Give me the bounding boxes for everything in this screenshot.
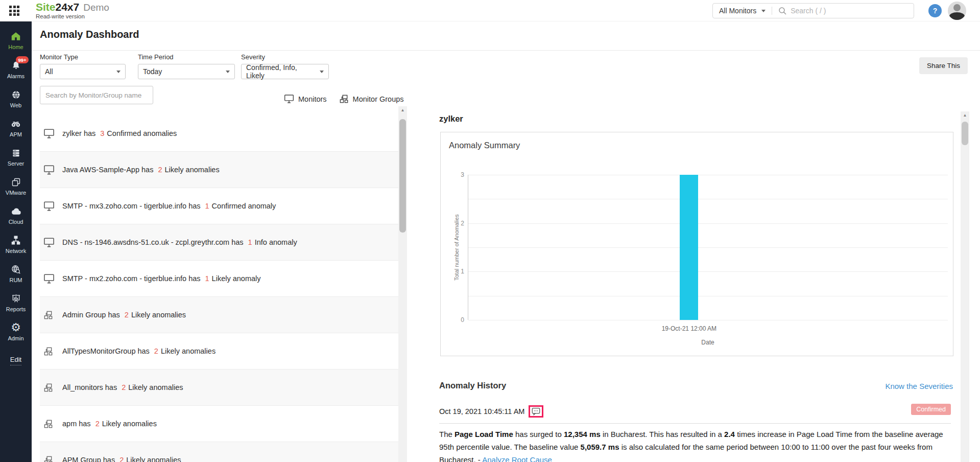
detail-panel-scrollbar[interactable]: ▲ bbox=[961, 111, 969, 462]
help-button[interactable]: ? bbox=[928, 4, 942, 17]
y-axis-tick: 0 bbox=[453, 316, 464, 324]
description-text: 5,059.7 ms bbox=[581, 443, 619, 451]
user-avatar[interactable] bbox=[948, 2, 966, 20]
scroll-up-icon[interactable]: ▲ bbox=[961, 111, 969, 120]
gridline bbox=[468, 247, 948, 248]
app-grid-icon[interactable] bbox=[9, 6, 19, 16]
globe-icon bbox=[10, 88, 22, 101]
selected-monitor-name: zylker bbox=[439, 114, 463, 124]
view-tabs: Monitors Monitor Groups bbox=[284, 94, 404, 104]
analyze-root-cause-link[interactable]: Analyze Root Cause bbox=[482, 455, 552, 462]
list-item[interactable]: AllTypesMonitorGroup has2Likely anomalie… bbox=[40, 333, 398, 369]
severity-select[interactable]: Confirmed, Info, Likely bbox=[241, 64, 329, 79]
brand-mode: Demo bbox=[83, 2, 109, 13]
list-item[interactable]: All_monitors has2Likely anomalies bbox=[40, 369, 398, 406]
sidebar-item-admin[interactable]: ⚙Admin bbox=[0, 317, 32, 346]
home-icon bbox=[10, 30, 22, 42]
tab-monitor-groups[interactable]: Monitor Groups bbox=[339, 94, 404, 104]
monitor-group-icon bbox=[43, 310, 53, 320]
monitor-type-select[interactable]: All bbox=[40, 64, 126, 79]
filter-bar: Monitor Type All Time Period Today Sever… bbox=[40, 53, 341, 79]
anomaly-count: 2 bbox=[125, 311, 129, 319]
sidebar-item-cloud[interactable]: Cloud bbox=[0, 200, 32, 229]
anomaly-bar[interactable] bbox=[680, 175, 698, 320]
monitor-group-icon bbox=[43, 419, 53, 429]
list-item-text: All_monitors has2Likely anomalies bbox=[62, 383, 183, 391]
monitor-list-scrollbar[interactable]: ▲ bbox=[398, 106, 407, 462]
sidebar-item-alarms[interactable]: 99+Alarms bbox=[0, 55, 32, 84]
description-text: 2.4 bbox=[724, 430, 735, 438]
filter-time-period: Time Period Today bbox=[138, 53, 235, 79]
filter-label: Time Period bbox=[138, 53, 235, 61]
list-item[interactable]: zylker has3Confirmed anomalies bbox=[40, 115, 398, 152]
list-item[interactable]: APM Group has2Likely anomalies bbox=[40, 442, 398, 462]
chevron-down-icon bbox=[761, 10, 766, 12]
sidebar-item-rum[interactable]: RUM bbox=[0, 259, 32, 288]
anomaly-count: 2 bbox=[158, 166, 162, 174]
list-item[interactable]: SMTP - mx2.zoho.com - tigerblue.info has… bbox=[40, 261, 398, 297]
monitor-icon bbox=[43, 273, 55, 284]
sidebar-item-label: Reports bbox=[6, 306, 26, 312]
list-item[interactable]: Admin Group has2Likely anomalies bbox=[40, 297, 398, 333]
list-item[interactable]: DNS - ns-1946.awsdns-51.co.uk - zcpl.gre… bbox=[40, 224, 398, 261]
monitor-icon bbox=[43, 201, 55, 211]
annotation-highlight-box bbox=[529, 405, 543, 418]
anomaly-count: 1 bbox=[205, 202, 209, 210]
list-item[interactable]: apm has2Likely anomalies bbox=[40, 406, 398, 442]
list-item[interactable]: SMTP - mx3.zoho.com - tigerblue.info has… bbox=[40, 188, 398, 224]
monitor-group-search-input[interactable] bbox=[40, 86, 153, 104]
gridline bbox=[468, 296, 948, 296]
description-text: The bbox=[439, 430, 455, 438]
share-this-button[interactable]: Share This bbox=[919, 57, 968, 74]
sidebar-item-server[interactable]: Server bbox=[0, 142, 32, 171]
brand-site: Site bbox=[36, 1, 56, 13]
tab-monitors[interactable]: Monitors bbox=[284, 94, 327, 104]
sidebar-item-label: Network bbox=[6, 248, 26, 254]
sidebar-item-label: Server bbox=[8, 160, 24, 167]
sidebar-item-home[interactable]: Home bbox=[0, 26, 32, 55]
scrollbar-thumb[interactable] bbox=[962, 122, 968, 145]
time-period-select[interactable]: Today bbox=[138, 64, 235, 79]
scrollbar-thumb[interactable] bbox=[399, 119, 406, 233]
sidebar-item-label: Web bbox=[10, 102, 21, 108]
anomaly-count: 1 bbox=[205, 274, 209, 283]
monitor-scope-dropdown[interactable]: All Monitors bbox=[719, 7, 756, 15]
list-item[interactable]: Java AWS-Sample-App has2Likely anomalies bbox=[40, 152, 398, 188]
sidebar-item-label: Edit bbox=[10, 356, 21, 365]
list-item-text: APM Group has2Likely anomalies bbox=[62, 456, 181, 462]
sidebar-item-web[interactable]: Web bbox=[0, 84, 32, 113]
search-input[interactable]: Search ( / ) bbox=[791, 7, 826, 15]
description-text: in Bucharest. This has resulted in a bbox=[601, 430, 724, 438]
chevron-down-icon bbox=[116, 71, 121, 73]
divider bbox=[772, 7, 772, 15]
gridline bbox=[468, 199, 948, 199]
sidebar-item-network[interactable]: Network bbox=[0, 229, 32, 259]
sidebar-item-apm[interactable]: APM bbox=[0, 113, 32, 142]
brand-subtitle: Read-write version bbox=[36, 13, 85, 19]
sidebar-item-label: RUM bbox=[9, 277, 22, 283]
comment-icon[interactable] bbox=[532, 407, 540, 415]
filter-severity: Severity Confirmed, Info, Likely bbox=[241, 53, 329, 79]
anomaly-history-title: Anomaly History bbox=[439, 381, 506, 390]
monitor-icon bbox=[43, 128, 55, 138]
list-item-text: Admin Group has2Likely anomalies bbox=[62, 311, 186, 319]
gridline bbox=[468, 320, 948, 320]
anomaly-description: The Page Load Time has surged to 12,354 … bbox=[439, 428, 954, 462]
bell-icon: 99+ bbox=[10, 59, 22, 72]
selected-value: All bbox=[45, 67, 53, 76]
sidebar-item-label: Cloud bbox=[9, 219, 23, 225]
sidebar-item-vmware[interactable]: VMware bbox=[0, 171, 32, 200]
cloud-icon bbox=[10, 205, 22, 217]
global-search: All Monitors Search ( / ) bbox=[712, 3, 914, 18]
description-text: 12,354 ms bbox=[564, 430, 601, 438]
avatar-torso bbox=[949, 12, 965, 20]
tab-label: Monitors bbox=[298, 95, 327, 103]
know-the-severities-link[interactable]: Know the Severities bbox=[885, 382, 953, 390]
sidebar-item-label: VMware bbox=[6, 190, 26, 196]
divider bbox=[32, 50, 980, 51]
sidebar-nav: Home99+AlarmsWebAPMServerVMwareCloudNetw… bbox=[0, 21, 32, 462]
scroll-up-icon[interactable]: ▲ bbox=[398, 106, 407, 114]
monitor-icon bbox=[43, 237, 55, 247]
sidebar-item-edit[interactable]: Edit bbox=[0, 346, 32, 375]
sidebar-item-reports[interactable]: Reports bbox=[0, 288, 32, 317]
